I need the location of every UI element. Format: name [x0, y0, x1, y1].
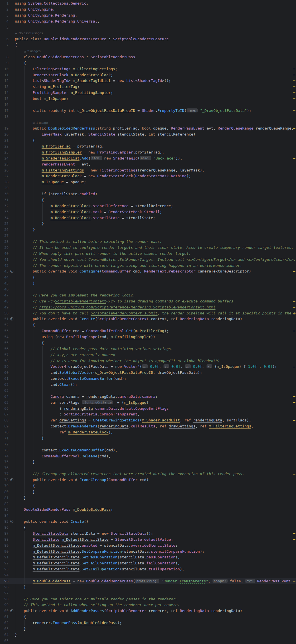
- line-number[interactable]: 61: [0, 376, 9, 382]
- line-number[interactable]: 94: [0, 572, 9, 578]
- line-number[interactable]: 45: [0, 280, 9, 286]
- code-line[interactable]: 6public class DoubleSidedRenderPassFeatu…: [0, 36, 296, 42]
- line-number[interactable]: 81: [0, 495, 9, 501]
- inlay-hint[interactable]: w:: [207, 364, 213, 368]
- line-number[interactable]: 23: [0, 150, 9, 156]
- inspection-mark[interactable]: [293, 307, 295, 308]
- line-number[interactable]: 88: [0, 537, 9, 543]
- line-number[interactable]: 3: [0, 13, 9, 19]
- inlay-hint[interactable]: :SortingCriteria: [82, 400, 113, 404]
- code-line[interactable]: 44 {: [0, 274, 296, 280]
- line-number[interactable]: 96: [0, 584, 9, 590]
- line-number[interactable]: 8: [0, 54, 9, 60]
- line-number[interactable]: 26: [0, 167, 9, 173]
- usages-hint-label[interactable]: No asset usages: [19, 31, 43, 35]
- code-line[interactable]: 79 {: [0, 483, 296, 489]
- line-number[interactable]: 83: [0, 507, 9, 513]
- code-line[interactable]: 41 // You should never call CommandBuffe…: [0, 257, 296, 263]
- inlay-hint[interactable]: y:: [164, 364, 170, 368]
- line-number[interactable]: 48: [0, 298, 9, 304]
- line-number[interactable]: 00: [0, 608, 9, 614]
- code-line[interactable]: 69 context.DrawRenderers(renderingData.c…: [0, 423, 296, 429]
- line-number[interactable]: 86: [0, 525, 9, 531]
- inlay-hint[interactable]: item:: [91, 156, 102, 160]
- code-line[interactable]: 17 static readonly int s_DrawObjectPassD…: [0, 108, 296, 114]
- line-number[interactable]: 75: [0, 459, 9, 465]
- code-line[interactable]: 82: [0, 501, 296, 507]
- code-line[interactable]: 26 m_FilteringSettings = new FilteringSe…: [0, 167, 296, 173]
- code-line[interactable]: 18: [0, 114, 296, 120]
- scrollbar-error-stripe[interactable]: [293, 0, 296, 644]
- line-number[interactable]: 29: [0, 185, 9, 191]
- code-line[interactable]: 20 LayerMask layerMask, StencilState ste…: [0, 132, 296, 138]
- line-number[interactable]: 70: [0, 429, 9, 435]
- code-line[interactable]: 1using System.Collections.Generic;: [0, 1, 296, 7]
- code-line[interactable]: 51↑ public override void Execute(Scripta…: [0, 316, 296, 322]
- line-number[interactable]: 56: [0, 346, 9, 352]
- code-line[interactable]: 88 StencilState m_DefaultStencilState = …: [0, 537, 296, 543]
- line-number[interactable]: 74: [0, 453, 9, 459]
- line-number[interactable]: 05: [0, 638, 9, 644]
- usages-hint-row[interactable]: ▤1 usage: [0, 120, 296, 126]
- code-line[interactable]: 83 DoubleSidedRenderPass m_DoubleSidedPa…: [0, 507, 296, 513]
- inspection-mark[interactable]: [293, 533, 295, 534]
- inspection-mark[interactable]: [293, 271, 295, 272]
- line-number[interactable]: 82: [0, 501, 9, 507]
- line-number[interactable]: 84: [0, 513, 9, 519]
- line-number[interactable]: 20: [0, 132, 9, 138]
- inlay-hint[interactable]: evt:: [245, 579, 255, 583]
- line-number[interactable]: 77: [0, 471, 9, 477]
- code-line[interactable]: 56 // Global render pass data containing…: [0, 346, 296, 352]
- line-number[interactable]: 9: [0, 60, 9, 66]
- line-number[interactable]: 22: [0, 144, 9, 150]
- line-number[interactable]: 49: [0, 304, 9, 310]
- line-number[interactable]: 71: [0, 435, 9, 441]
- code-line[interactable]: 9 {: [0, 60, 296, 66]
- code-line[interactable]: 32 m_RenderStateBlock.stencilReference =…: [0, 203, 296, 209]
- line-number[interactable]: 35: [0, 221, 9, 227]
- usages-hint-label[interactable]: 1 usage: [36, 121, 48, 124]
- code-line[interactable]: 49 // https://docs.unity3d.com/ScriptRef…: [0, 304, 296, 310]
- code-line[interactable]: 67 : SortingCriteria.CommonTransparent;: [0, 411, 296, 417]
- line-number[interactable]: 32: [0, 203, 9, 209]
- code-line[interactable]: 58 // w is used for knowing whether the …: [0, 358, 296, 364]
- line-number[interactable]: 30: [0, 191, 9, 197]
- code-line[interactable]: 60 cmd.SetGlobalVector(s_DrawObjectPassD…: [0, 370, 296, 376]
- line-number[interactable]: 63: [0, 388, 9, 394]
- code-line[interactable]: 76: [0, 465, 296, 471]
- line-number[interactable]: 55: [0, 340, 9, 346]
- code-line[interactable]: 22 m_ProfilerTag = profilerTag;: [0, 144, 296, 150]
- code-line[interactable]: 62 cmd.Clear();: [0, 382, 296, 388]
- line-number[interactable]: 57: [0, 352, 9, 358]
- code-line[interactable]: 78↑ public override void FrameCleanup(Co…: [0, 477, 296, 483]
- code-line[interactable]: 43↑ public override void Configure(Comma…: [0, 268, 296, 274]
- code-line[interactable]: 89 m_DefaultStencilState.enabled = stenc…: [0, 543, 296, 549]
- code-line[interactable]: 65 var sortFlags :SortingCriteria = (m_I…: [0, 400, 296, 406]
- code-line[interactable]: 66 ? renderingData.cameraData.defaultOpa…: [0, 406, 296, 412]
- line-number[interactable]: 87: [0, 531, 9, 537]
- line-number[interactable]: 47: [0, 292, 9, 298]
- line-number[interactable]: 67: [0, 411, 9, 417]
- code-line[interactable]: 37: [0, 233, 296, 239]
- line-number[interactable]: 01: [0, 614, 9, 620]
- code-line[interactable]: 21 {: [0, 138, 296, 144]
- line-number[interactable]: 76: [0, 465, 9, 471]
- line-number[interactable]: 39: [0, 245, 9, 251]
- code-line[interactable]: 29: [0, 185, 296, 191]
- line-number[interactable]: 37: [0, 233, 9, 239]
- line-number[interactable]: 41: [0, 257, 9, 263]
- code-line[interactable]: 68 var drawSettings = CreateDrawingSetti…: [0, 417, 296, 423]
- line-number[interactable]: 4: [0, 19, 9, 25]
- code-line[interactable]: 15 bool m_IsOpaque;: [0, 96, 296, 102]
- code-line[interactable]: 74 CommandBufferPool.Release(cmd);: [0, 453, 296, 459]
- code-line[interactable]: 73 context.ExecuteCommandBuffer(cmd);: [0, 447, 296, 453]
- code-line[interactable]: 38 // This method is called before execu…: [0, 239, 296, 245]
- code-line[interactable]: 14 ProfilingSampler m_ProfilingSampler;: [0, 90, 296, 96]
- code-line[interactable]: 96 }: [0, 584, 296, 590]
- line-number[interactable]: 97: [0, 590, 9, 596]
- code-line[interactable]: 4using UnityEngine.Rendering.Universal;: [0, 19, 296, 25]
- inspection-mark[interactable]: [293, 313, 295, 314]
- line-number[interactable]: 50: [0, 310, 9, 316]
- line-number[interactable]: 64: [0, 394, 9, 400]
- code-line[interactable]: 80 }: [0, 489, 296, 495]
